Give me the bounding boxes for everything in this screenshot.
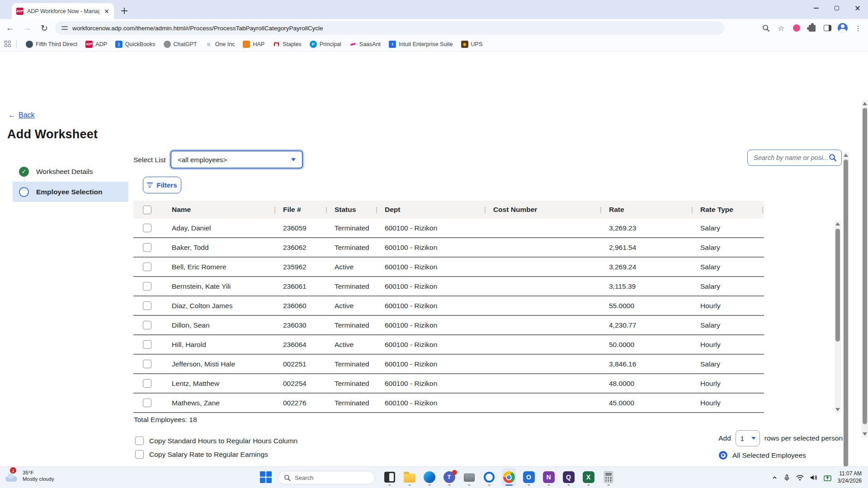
row-checkbox[interactable] (143, 301, 151, 310)
browser-tab[interactable]: ADP ADP Workforce Now - Manage (12, 3, 114, 19)
select-all-checkbox[interactable] (143, 206, 151, 214)
column-header-rate[interactable]: Rate (600, 206, 691, 214)
side-panel-icon[interactable] (821, 22, 834, 34)
site-info-icon[interactable] (61, 25, 68, 31)
row-checkbox[interactable] (143, 263, 151, 271)
scroll-down-icon[interactable] (835, 408, 840, 411)
table-row[interactable]: Mathews, Zane002276Terminated600100 - Ri… (133, 394, 764, 413)
taskbar-app-task-view[interactable] (382, 468, 396, 486)
bookmark-item[interactable]: (((One Inc (202, 39, 239, 49)
back-nav-icon[interactable]: ← (3, 21, 17, 35)
radio-selected-icon[interactable] (719, 451, 727, 460)
address-bar[interactable]: workforcenow.adp.com/theme/admin.html#/P… (55, 21, 724, 35)
wifi-icon[interactable] (796, 475, 804, 481)
pink-extension-icon[interactable] (790, 22, 803, 34)
row-checkbox[interactable] (143, 399, 151, 407)
content-scrollbar[interactable] (843, 152, 849, 482)
profile-avatar[interactable] (836, 22, 849, 34)
table-row[interactable]: Bell, Eric Romere235962Active600100 - Ri… (133, 258, 764, 277)
table-scrollbar-thumb[interactable] (835, 229, 840, 342)
taskbar-app-copilot[interactable] (482, 468, 496, 486)
hidden-icons-chevron[interactable] (772, 475, 778, 481)
table-row[interactable]: Diaz, Colton James236060Active600100 - R… (133, 296, 764, 316)
minimize-button[interactable] (806, 0, 826, 16)
scroll-up-icon[interactable] (835, 222, 840, 225)
table-scrollbar[interactable] (835, 221, 841, 413)
close-button[interactable] (847, 0, 868, 16)
browser-menu-icon[interactable]: ⋮ (852, 22, 864, 34)
taskbar-app-office-q[interactable]: Q (561, 468, 576, 486)
table-row[interactable]: Hill, Harold236064Active600100 - Rizikon… (133, 335, 764, 355)
column-header-dept[interactable]: Dept (376, 206, 484, 214)
table-row[interactable]: Lentz, Matthew002254Terminated600100 - R… (133, 374, 764, 394)
add-rows-dropdown[interactable]: 1 (736, 430, 760, 446)
new-tab-button[interactable] (118, 5, 130, 17)
back-link[interactable]: ← Back (8, 111, 35, 119)
copy-option-checkbox-row[interactable]: Copy Standard Hours to Regular Hours Col… (135, 436, 297, 445)
taskbar-app-remote-pc[interactable] (462, 468, 476, 486)
taskbar-app-outlook[interactable]: O (522, 468, 536, 486)
taskbar-search[interactable]: Search (278, 471, 375, 484)
bookmark-item[interactable]: |QuickBooks (112, 39, 159, 49)
bookmark-item[interactable]: ADPADP (82, 39, 111, 49)
page-scrollbar[interactable] (862, 100, 868, 437)
employee-search-input[interactable] (754, 154, 829, 161)
table-row[interactable]: Dillon, Sean236030Terminated600100 - Riz… (133, 316, 764, 335)
checkbox[interactable] (135, 436, 144, 445)
table-row[interactable]: Aday, Daniel236059Terminated600100 - Riz… (133, 219, 764, 238)
copy-option-checkbox-row[interactable]: Copy Salary Rate to Regular Earnings (135, 450, 297, 459)
bookmark-star-icon[interactable]: ☆ (775, 22, 788, 34)
taskbar-app-excel[interactable]: X (581, 468, 595, 486)
row-checkbox[interactable] (143, 282, 151, 291)
taskbar-app-edge[interactable] (422, 468, 436, 486)
content-scrollbar-thumb[interactable] (844, 160, 848, 467)
start-button[interactable] (260, 471, 273, 484)
column-header-cost[interactable]: Cost Number (484, 206, 600, 214)
bookmark-item[interactable]: SaasAnt (346, 39, 384, 49)
bookmark-item[interactable]: Staples (269, 39, 305, 49)
row-checkbox[interactable] (143, 321, 151, 329)
microphone-icon[interactable] (784, 474, 790, 481)
bookmark-item[interactable]: ChatGPT (160, 39, 201, 49)
row-checkbox[interactable] (143, 340, 151, 349)
update-icon[interactable] (824, 474, 831, 481)
row-checkbox[interactable] (143, 243, 151, 252)
tab-close-icon[interactable] (103, 8, 110, 15)
taskbar-app-calculator[interactable] (601, 468, 615, 486)
scroll-up-icon[interactable] (844, 154, 848, 157)
bookmark-item[interactable]: PPrincipal (306, 39, 345, 49)
volume-icon[interactable] (810, 474, 817, 481)
taskbar-app-teams[interactable]: T (442, 468, 456, 486)
bookmark-item[interactable]: HAP (239, 39, 268, 49)
taskbar-app-chrome[interactable] (502, 468, 516, 486)
zoom-icon[interactable] (760, 22, 772, 34)
row-checkbox[interactable] (143, 379, 151, 388)
column-header-file[interactable]: File # (274, 206, 326, 214)
table-row[interactable]: Bernstein, Kate Yili236061Terminated6001… (133, 277, 764, 296)
stepper-item-worksheet-details[interactable]: ✓Worksheet Details (13, 161, 128, 182)
taskbar-clock[interactable]: 11:07 AM 3/24/2026 (838, 470, 862, 484)
scroll-down-icon[interactable] (863, 432, 867, 436)
table-row[interactable]: Baker, Todd236062Terminated600100 - Rizi… (133, 238, 764, 258)
apps-grid-icon[interactable] (5, 41, 12, 48)
maximize-button[interactable] (826, 0, 847, 16)
bookmark-item[interactable]: IIntuit Enterprise Suite (385, 39, 457, 49)
select-list-dropdown[interactable]: <all employees> (170, 150, 303, 169)
column-header-status[interactable]: Status (326, 206, 376, 214)
reload-icon[interactable]: ↻ (37, 21, 52, 35)
scroll-up-icon[interactable] (863, 102, 867, 105)
column-header-name[interactable]: Name (160, 206, 274, 214)
row-checkbox[interactable] (143, 224, 151, 232)
radio-option[interactable]: All Selected Employees (719, 451, 833, 460)
page-scrollbar-thumb[interactable] (863, 108, 867, 424)
forward-nav-icon[interactable]: → (20, 21, 34, 35)
checkbox[interactable] (135, 450, 144, 459)
extensions-puzzle-icon[interactable] (806, 22, 818, 34)
bookmark-item[interactable]: ◆UPS (458, 39, 486, 49)
taskbar-app-file-explorer[interactable] (402, 468, 416, 486)
table-row[interactable]: Jefferson, Misti Hale002251Terminated600… (133, 355, 764, 374)
filters-button[interactable]: Filters (143, 177, 181, 193)
row-checkbox[interactable] (143, 360, 151, 368)
column-header-ratetype[interactable]: Rate Type (691, 206, 764, 214)
taskbar-app-onenote[interactable]: N (542, 468, 556, 486)
